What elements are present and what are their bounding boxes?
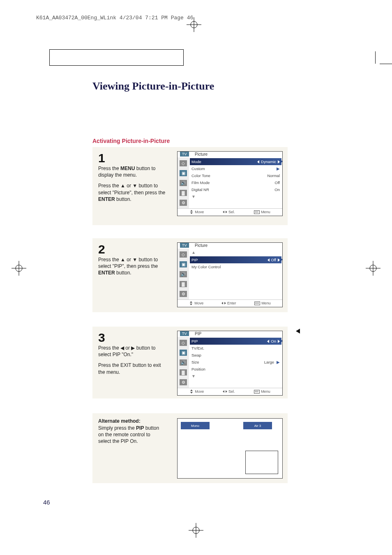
channel-icon: ▓: [180, 281, 187, 287]
right-arrow-icon: [278, 340, 280, 343]
menu-main: Mode Dynamic Custom ▶ Color Tone Normal …: [189, 157, 282, 208]
menu-row-custom: Custom ▶: [191, 165, 280, 172]
menu-row-dnr: Digital NR On: [191, 186, 280, 193]
menu-icon: [254, 390, 260, 394]
right-arrow-icon: [278, 160, 280, 164]
leftright-icon: [223, 390, 227, 393]
step-3-text: Press the ◀ or ▶ button to select PIP "O…: [98, 345, 168, 375]
leftright-icon: [223, 210, 227, 214]
margin-arrow-icon: [296, 329, 300, 334]
sound-icon: 🔊: [180, 271, 187, 277]
input-icon: ◇: [180, 251, 187, 258]
updown-icon: [189, 210, 194, 214]
row-label: Swap: [191, 353, 201, 357]
submenu-arrow-icon: ▶: [277, 166, 280, 171]
tv-menu-2: TV Picture ◇ ▣ 🔊 ▓ ⚙ ▼ PIP Off: [177, 242, 283, 307]
menu-footer: Move Sel. Menu: [178, 208, 282, 215]
setup-icon: ⚙: [180, 200, 187, 206]
row-label: Mode: [191, 159, 201, 164]
right-arrow-icon: [278, 258, 280, 262]
menu-row-pip: PIP Off: [190, 256, 281, 263]
main-label: Mono: [181, 422, 210, 429]
menu-title: Picture: [195, 152, 208, 157]
menu-title: Picture: [195, 243, 208, 248]
text: Press the ◀ or ▶ button to select PIP "O…: [98, 345, 168, 358]
footer-sel: Sel.: [228, 389, 235, 394]
menu-row-more: ▼: [191, 373, 280, 380]
step-3-block: 3 Press the ◀ or ▶ button to select PIP …: [92, 327, 288, 398]
leftright-icon: [222, 302, 226, 305]
text: button.: [115, 270, 131, 276]
up-arrow-icon: ▼: [191, 251, 196, 255]
tv-label: TV: [180, 243, 189, 248]
footer-menu: Menu: [261, 301, 271, 305]
footer-menu: Menu: [261, 210, 270, 214]
print-job-line: K61A_AA03472A_00Eng_WLink 4/23/04 7:21 P…: [36, 15, 193, 21]
registration-mark-top: [187, 17, 201, 32]
menu-row-filmmode: Film Mode Off: [191, 179, 280, 186]
footer-enter: Enter: [227, 301, 236, 305]
footer-sel: Sel.: [228, 210, 235, 214]
step-1-text: Press the MENU button to display the men…: [98, 165, 168, 203]
picture-icon: ▣: [180, 261, 187, 267]
sound-icon: 🔊: [180, 180, 187, 186]
pip-window: [245, 451, 278, 474]
registration-mark-right: [366, 261, 380, 277]
row-value: Normal: [267, 173, 280, 178]
footer-move: Move: [195, 210, 204, 214]
text: Press the ▲ or ▼ button to select "Pictu…: [98, 183, 165, 195]
menu-footer: Move Sel. Menu: [178, 388, 282, 395]
menu-sidebar: ◇ ▣ 🔊 ▓ ⚙: [178, 157, 189, 208]
row-value: Off: [275, 180, 280, 185]
menu-row-size: Size Large▶: [191, 359, 280, 366]
row-value: On: [271, 339, 276, 343]
row-label: My Color Control: [191, 265, 221, 269]
menu-title: PIP: [195, 332, 201, 336]
footer-menu: Menu: [261, 389, 270, 394]
menu-row-more-up: ▼: [191, 249, 280, 256]
registration-mark-bottom: [189, 523, 203, 539]
crop-mark-v: [375, 51, 380, 64]
registration-mark-left: [12, 261, 26, 277]
alt-text: Simply press the PIP button on the remot…: [98, 425, 160, 445]
page-title: Viewing Picture-in-Picture: [92, 80, 214, 92]
menu-footer: Move Enter Menu: [178, 299, 282, 306]
row-value-wrap: Dynamic: [257, 159, 280, 164]
menu-body: ◇ ▣ 🔊 ▓ ⚙ Mode Dynamic Custom ▶: [178, 157, 282, 208]
sound-icon: 🔊: [180, 359, 187, 366]
step-1-block: 1 Press the MENU button to display the m…: [92, 147, 288, 225]
row-label: Digital NR: [191, 187, 209, 192]
submenu-arrow-icon: ▶: [277, 360, 280, 364]
text: Press the ▲ or ▼ button to select "PIP",…: [98, 257, 158, 269]
row-label: Position: [191, 367, 205, 371]
row-label: TV/Ext.: [191, 346, 204, 350]
section-heading: Activating Picture-in-Picture: [92, 138, 170, 144]
text: Press the EXIT button to exit the menu.: [98, 362, 168, 375]
input-icon: ◇: [180, 340, 187, 346]
channel-icon: ▓: [180, 190, 187, 196]
row-label: Color Tone: [191, 173, 210, 178]
step-2-block: 2 Press the ▲ or ▼ button to select "PIP…: [92, 238, 288, 312]
tv-label: TV: [180, 331, 189, 336]
menu-main: ▼ PIP Off My Color Control: [189, 249, 282, 299]
row-value-wrap: Large▶: [264, 360, 280, 364]
crop-mark-h: [380, 64, 392, 64]
tv-menu-3: TV PIP ◇ ▣ 🔊 ▓ ⚙ PIP On TV/Ext.: [177, 331, 283, 396]
page-number: 46: [43, 499, 50, 506]
menu-body: ◇ ▣ 🔊 ▓ ⚙ PIP On TV/Ext.: [178, 337, 282, 388]
text-bold: ENTER: [98, 270, 115, 276]
pip-label: Air 3: [243, 422, 272, 429]
menu-icon: [254, 210, 260, 214]
text-bold: PIP: [136, 425, 144, 431]
text-bold: ENTER: [98, 196, 115, 202]
step-2-text: Press the ▲ or ▼ button to select "PIP",…: [98, 256, 168, 276]
menu-row-mode: Mode Dynamic: [190, 158, 281, 165]
row-value-wrap: On: [267, 339, 280, 343]
menu-header: TV PIP: [178, 331, 282, 337]
chapter-box: [49, 49, 184, 66]
menu-body: ◇ ▣ 🔊 ▓ ⚙ ▼ PIP Off My Color Control: [178, 249, 282, 299]
left-arrow-icon: [267, 258, 270, 262]
footer-move: Move: [195, 389, 204, 394]
down-arrow-icon: ▼: [191, 194, 196, 199]
menu-header: TV Picture: [178, 243, 282, 249]
